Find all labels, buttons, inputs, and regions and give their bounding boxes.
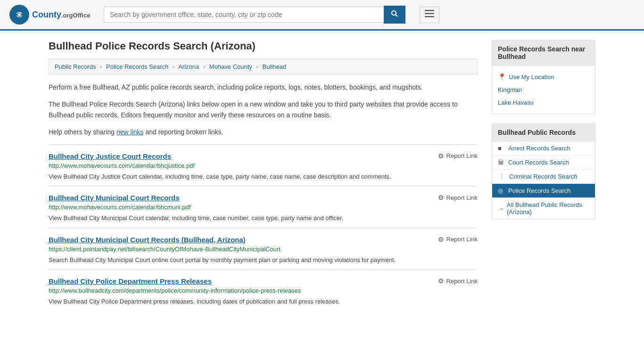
location-pin-icon: 📍 <box>498 73 506 81</box>
result-item: Bullhead City Police Department Press Re… <box>49 269 478 311</box>
nearby-content: 📍 Use My Location Kingman Lake Havasu <box>492 66 595 114</box>
criminal-icon: ❕ <box>498 173 505 180</box>
sidebar: Police Records Search near Bullhead 📍 Us… <box>492 40 595 311</box>
result-url-3[interactable]: http://www.bullheadcity.com/departments/… <box>49 287 478 294</box>
result-url-1[interactable]: http://www.mohavecourts.com/calendar/bhc… <box>49 204 478 211</box>
new-links-link[interactable]: new links <box>116 128 144 136</box>
breadcrumb-bullhead[interactable]: Bullhead <box>262 63 286 70</box>
description-1: Perform a free Bullhead, AZ public polic… <box>49 82 478 92</box>
result-item: Bullhead City Municipal Court Records ⚙ … <box>49 186 478 228</box>
breadcrumb-public-records[interactable]: Public Records <box>55 63 96 70</box>
breadcrumb: Public Records › Police Records Search ›… <box>49 59 478 74</box>
breadcrumb-sep-3: › <box>203 63 205 70</box>
report-link-2[interactable]: ⚙ Report Link <box>438 236 478 243</box>
result-desc-0: View Bullhead City Justice Court calenda… <box>49 172 478 181</box>
result-desc-1: View Bullhead City Municipal Court calen… <box>49 214 478 223</box>
report-icon-1: ⚙ <box>438 194 444 201</box>
report-link-0[interactable]: ⚙ Report Link <box>438 152 478 160</box>
svg-rect-4 <box>425 10 434 11</box>
report-icon-2: ⚙ <box>438 236 444 243</box>
nearby-city-1[interactable]: Lake Havasu <box>498 96 589 109</box>
menu-button[interactable] <box>420 7 439 23</box>
sidebar-police-records[interactable]: ◎ Police Records Search <box>492 184 595 198</box>
report-icon-3: ⚙ <box>438 277 444 285</box>
result-url-0[interactable]: http://www.mohavecourts.com/calendar/bhc… <box>49 162 478 169</box>
use-my-location[interactable]: 📍 Use My Location <box>498 70 589 83</box>
court-icon: 🏛 <box>498 159 504 166</box>
sidebar-criminal-records[interactable]: ❕ Criminal Records Search <box>492 170 595 184</box>
svg-rect-5 <box>425 13 434 14</box>
result-desc-2: Search Bullhead City Municipal Court onl… <box>49 255 478 265</box>
result-title-link-1[interactable]: Bullhead City Municipal Court Records <box>49 194 180 202</box>
breadcrumb-sep-1: › <box>100 63 102 70</box>
search-button[interactable] <box>384 6 405 24</box>
breadcrumb-police-records-search[interactable]: Police Records Search <box>106 63 168 70</box>
svg-rect-6 <box>425 16 434 17</box>
report-link-3[interactable]: ⚙ Report Link <box>438 277 478 285</box>
report-link-1[interactable]: ⚙ Report Link <box>438 194 478 201</box>
public-records-title: Bullhead Public Records <box>492 124 595 141</box>
logo[interactable]: County.orgOffice <box>9 5 94 25</box>
result-url-2[interactable]: https://client.pointandpay.net/billsearc… <box>49 246 478 253</box>
logo-text: County.orgOffice <box>32 10 90 20</box>
result-item: Bullhead City Municipal Court Records (B… <box>49 228 478 270</box>
sidebar-arrest-records[interactable]: ■ Arrest Records Search <box>492 141 595 156</box>
svg-line-3 <box>396 15 397 16</box>
description-3: Help others by sharing new links and rep… <box>49 127 478 137</box>
breadcrumb-arizona[interactable]: Arizona <box>178 63 199 70</box>
result-title-link-3[interactable]: Bullhead City Police Department Press Re… <box>49 277 212 285</box>
public-records-box: Bullhead Public Records ■ Arrest Records… <box>492 123 595 219</box>
svg-point-2 <box>392 11 396 15</box>
header: County.orgOffice <box>0 0 644 31</box>
nearby-city-0[interactable]: Kingman <box>498 83 589 96</box>
sidebar-court-records[interactable]: 🏛 Court Records Search <box>492 156 595 170</box>
result-item: Bullhead City Justice Court Records ⚙ Re… <box>49 144 478 186</box>
search-bar <box>104 6 405 24</box>
result-desc-3: View Bullhead City Police Department pre… <box>49 297 478 306</box>
all-records-link[interactable]: → All Bullhead Public Records (Arizona) <box>492 198 595 219</box>
arrow-right-icon: → <box>498 205 504 212</box>
breadcrumb-sep-4: › <box>256 63 258 70</box>
arrest-icon: ■ <box>498 145 504 152</box>
content-area: Bullhead Police Records Search (Arizona)… <box>49 40 478 311</box>
main-container: Bullhead Police Records Search (Arizona)… <box>39 31 605 321</box>
results-list: Bullhead City Justice Court Records ⚙ Re… <box>49 144 478 311</box>
logo-icon <box>9 5 29 25</box>
description-2: The Bullhead Police Records Search (Ariz… <box>49 99 478 120</box>
svg-point-1 <box>18 13 21 16</box>
result-title-link[interactable]: Bullhead City Justice Court Records <box>49 152 171 160</box>
police-icon: ◎ <box>498 187 504 194</box>
search-input[interactable] <box>104 7 384 23</box>
breadcrumb-sep-2: › <box>173 63 174 70</box>
breadcrumb-mohave-county[interactable]: Mohave County <box>209 63 252 70</box>
report-icon-0: ⚙ <box>438 152 444 160</box>
nearby-title: Police Records Search near Bullhead <box>492 41 595 66</box>
page-title: Bullhead Police Records Search (Arizona) <box>49 40 478 52</box>
nearby-box: Police Records Search near Bullhead 📍 Us… <box>492 40 595 114</box>
result-title-link-2[interactable]: Bullhead City Municipal Court Records (B… <box>49 236 246 244</box>
